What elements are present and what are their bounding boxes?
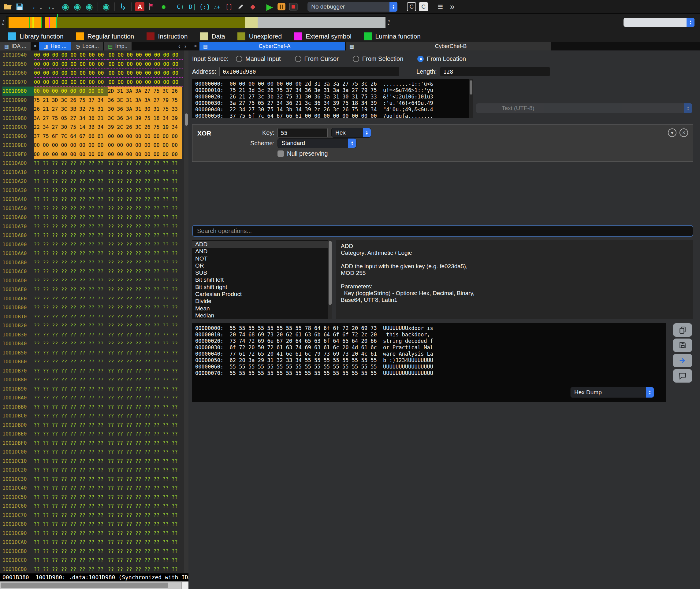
tab-hex[interactable]: ◨Hex ...: [39, 42, 71, 50]
hex-row[interactable]: 1001DB30?? ?? ?? ?? ?? ?? ?? ???? ?? ?? …: [2, 330, 188, 340]
list-icon[interactable]: ≡: [435, 1, 446, 12]
hex-row[interactable]: 1001DB70?? ?? ?? ?? ?? ?? ?? ???? ?? ?? …: [2, 366, 188, 376]
tab-close-icon[interactable]: ×: [31, 42, 39, 50]
hex-row[interactable]: 1001DCC0?? ?? ?? ?? ?? ?? ?? ???? ?? ?? …: [2, 556, 188, 565]
hex-row[interactable]: 1001D99075 21 3D 3C 26 75 37 3436 3E 31 …: [2, 96, 188, 105]
hex-row[interactable]: 1001DBA0?? ?? ?? ?? ?? ?? ?? ???? ?? ?? …: [2, 393, 188, 402]
hex-row[interactable]: 1001DA40?? ?? ?? ?? ?? ?? ?? ???? ?? ?? …: [2, 195, 188, 204]
hex-row[interactable]: 1001DA80?? ?? ?? ?? ?? ?? ?? ???? ?? ?? …: [2, 231, 188, 240]
hex-row[interactable]: 1001D9E000 00 00 00 00 00 00 0000 00 00 …: [2, 141, 188, 150]
hex-row[interactable]: 1001DC10?? ?? ?? ?? ?? ?? ?? ???? ?? ?? …: [2, 456, 188, 466]
hex-row[interactable]: 1001DB60?? ?? ?? ?? ?? ?? ?? ???? ?? ?? …: [2, 357, 188, 366]
copy-output-button[interactable]: [673, 323, 692, 337]
nav-band[interactable]: [6, 16, 386, 28]
tab-cyberchef-a[interactable]: ▦CyberChef-A: [199, 42, 345, 50]
xor-key-input[interactable]: [278, 128, 328, 137]
hex-row[interactable]: 1001DA00?? ?? ?? ?? ?? ?? ?? ???? ?? ?? …: [2, 159, 188, 168]
hex-row[interactable]: 1001DCA0?? ?? ?? ?? ?? ?? ?? ???? ?? ?? …: [2, 538, 188, 547]
save-icon[interactable]: [14, 1, 25, 12]
code-d-icon[interactable]: D|: [187, 1, 198, 12]
hex-row[interactable]: 1001DBF0?? ?? ?? ?? ?? ?? ?? ???? ?? ?? …: [2, 438, 188, 448]
hex-horizontal-scrollbar[interactable]: [0, 581, 188, 589]
hex-row[interactable]: 1001DAC0?? ?? ?? ?? ?? ?? ?? ???? ?? ?? …: [2, 267, 188, 276]
length-input[interactable]: [440, 67, 550, 76]
comment-output-button[interactable]: [673, 369, 692, 383]
hex-row[interactable]: 1001DAB0?? ?? ?? ?? ?? ?? ?? ???? ?? ?? …: [2, 258, 188, 267]
operations-scrollbar[interactable]: [328, 240, 332, 319]
hex-row[interactable]: 1001D9F000 00 00 00 00 00 00 0000 00 00 …: [2, 150, 188, 159]
hex-row[interactable]: 1001D97000 00 00 00 00 00 00 0000 00 00 …: [2, 78, 188, 87]
hex-row[interactable]: 1001DB20?? ?? ?? ?? ?? ?? ?? ???? ?? ?? …: [2, 321, 188, 330]
operation-item[interactable]: Median: [192, 312, 332, 319]
operation-item[interactable]: Bit shift left: [192, 276, 332, 283]
hex-row[interactable]: 1001DB10?? ?? ?? ?? ?? ?? ?? ???? ?? ?? …: [2, 312, 188, 322]
hex-row[interactable]: 1001DC20?? ?? ?? ?? ?? ?? ?? ???? ?? ?? …: [2, 465, 188, 474]
hex-row[interactable]: 1001D9D037 75 6F 7C 64 67 66 6100 00 00 …: [2, 132, 188, 141]
hex-row[interactable]: 1001DAA0?? ?? ?? ?? ?? ?? ?? ???? ?? ?? …: [2, 249, 188, 258]
operation-item[interactable]: Bit shift right: [192, 283, 332, 290]
database-icon-3[interactable]: ◉: [84, 1, 95, 12]
lumina-dot-icon[interactable]: ●: [159, 1, 169, 12]
send-output-button[interactable]: [673, 354, 692, 367]
tab-loca[interactable]: ◷Loca...: [71, 42, 103, 50]
overview-select[interactable]: ▲▼: [624, 18, 695, 27]
radio-from-location[interactable]: From Location: [417, 55, 466, 62]
navigate-back-icon[interactable]: ←▾: [31, 1, 42, 12]
hex-row[interactable]: 1001D95000 00 00 00 00 00 00 0000 00 00 …: [2, 60, 188, 69]
operation-item[interactable]: ADD: [192, 241, 332, 248]
scheme-select[interactable]: Standard ▲▼: [278, 138, 356, 148]
operation-item[interactable]: Mean: [192, 305, 332, 312]
overflow-icon[interactable]: »: [447, 1, 458, 12]
operation-item[interactable]: SUB: [192, 269, 332, 276]
search-operations-input[interactable]: [192, 225, 693, 237]
radio-from-cursor[interactable]: From Cursor: [295, 55, 339, 62]
code-c-icon[interactable]: C+: [175, 1, 186, 12]
operation-item[interactable]: NOT: [192, 255, 332, 262]
hex-row[interactable]: 1001D9C022 34 27 30 75 14 3B 3439 2C 26 …: [2, 123, 188, 132]
play-icon[interactable]: ▶: [264, 1, 275, 12]
hex-row[interactable]: 1001DA20?? ?? ?? ?? ?? ?? ?? ???? ?? ?? …: [2, 177, 188, 186]
hex-row[interactable]: 1001D94000 00 00 00 00 00 00 0000 00 00 …: [2, 50, 188, 60]
hex-row[interactable]: 1001DAF0?? ?? ?? ?? ?? ?? ?? ???? ?? ?? …: [2, 294, 188, 304]
hex-row[interactable]: 1001DBD0?? ?? ?? ?? ?? ?? ?? ???? ?? ?? …: [2, 420, 188, 430]
code-dots-icon[interactable]: ∴+: [212, 1, 222, 12]
scrollbar-thumb[interactable]: [185, 114, 188, 126]
hex-row[interactable]: 1001D9A026 21 27 3C 3B 32 75 3130 36 3A …: [2, 105, 188, 114]
hex-row[interactable]: 1001DB50?? ?? ?? ?? ?? ?? ?? ???? ?? ?? …: [2, 348, 188, 358]
hex-row[interactable]: 1001DAE0?? ?? ?? ?? ?? ?? ?? ???? ?? ?? …: [2, 285, 188, 294]
tab-ida[interactable]: ▦IDA ...: [0, 42, 31, 50]
hex-row[interactable]: 1001DAD0?? ?? ?? ?? ?? ?? ?? ???? ?? ?? …: [2, 276, 188, 285]
input-dump-scrollbar[interactable]: [469, 79, 473, 118]
output-format-select[interactable]: Hex Dump ▲▼: [570, 387, 654, 398]
hex-row[interactable]: 1001DA90?? ?? ?? ?? ?? ?? ?? ???? ?? ?? …: [2, 240, 188, 249]
open-file-icon[interactable]: [2, 1, 13, 12]
hex-row[interactable]: 1001DB00?? ?? ?? ?? ?? ?? ?? ???? ?? ?? …: [2, 303, 188, 312]
key-format-select[interactable]: Hex ▲▼: [331, 128, 371, 138]
input-dump[interactable]: 00000000: 00 00 00 00 00 00 00 00 2d 31 …: [192, 79, 473, 118]
code-brackets-icon[interactable]: []: [224, 1, 234, 12]
hex-row[interactable]: 1001D98000 00 00 00 00 00 00 002D 31 3A …: [2, 86, 188, 96]
hex-row[interactable]: 1001DB90?? ?? ?? ?? ?? ?? ?? ???? ?? ?? …: [2, 384, 188, 394]
edit-pencil-icon[interactable]: [235, 1, 246, 12]
debugger-select[interactable]: No debugger▲▼: [308, 2, 397, 12]
database-icon-1[interactable]: ◉: [60, 1, 71, 12]
operation-item[interactable]: Divide: [192, 298, 332, 305]
hex-row[interactable]: 1001DB80?? ?? ?? ?? ?? ?? ?? ???? ?? ?? …: [2, 375, 188, 384]
hex-row[interactable]: 1001DB40?? ?? ?? ?? ?? ?? ?? ???? ?? ?? …: [2, 339, 188, 348]
remove-operation-button[interactable]: ×: [680, 129, 688, 137]
jump-icon[interactable]: ↳: [118, 1, 128, 12]
hex-row[interactable]: 1001DCD0?? ?? ?? ?? ?? ?? ?? ???? ?? ?? …: [2, 565, 188, 574]
hex-row[interactable]: 1001DBB0?? ?? ?? ?? ?? ?? ?? ???? ?? ?? …: [2, 402, 188, 412]
scrollbar-thumb[interactable]: [1, 583, 168, 588]
operation-item[interactable]: AND: [192, 248, 332, 255]
diamond-icon[interactable]: ◆: [247, 1, 258, 12]
tab-cyberchef-b[interactable]: ▦CyberChef-B: [346, 42, 551, 50]
pause-icon[interactable]: [276, 1, 287, 12]
stop-icon[interactable]: [288, 1, 299, 12]
database-icon-2[interactable]: ◉: [72, 1, 82, 12]
scrollbar-thumb[interactable]: [329, 241, 332, 305]
tab-close-icon[interactable]: ×: [191, 42, 199, 50]
hex-row[interactable]: 1001DCB0?? ?? ?? ?? ?? ?? ?? ???? ?? ?? …: [2, 547, 188, 556]
scrollbar-thumb[interactable]: [470, 80, 472, 94]
hex-row[interactable]: 1001DC40?? ?? ?? ?? ?? ?? ?? ???? ?? ?? …: [2, 483, 188, 493]
